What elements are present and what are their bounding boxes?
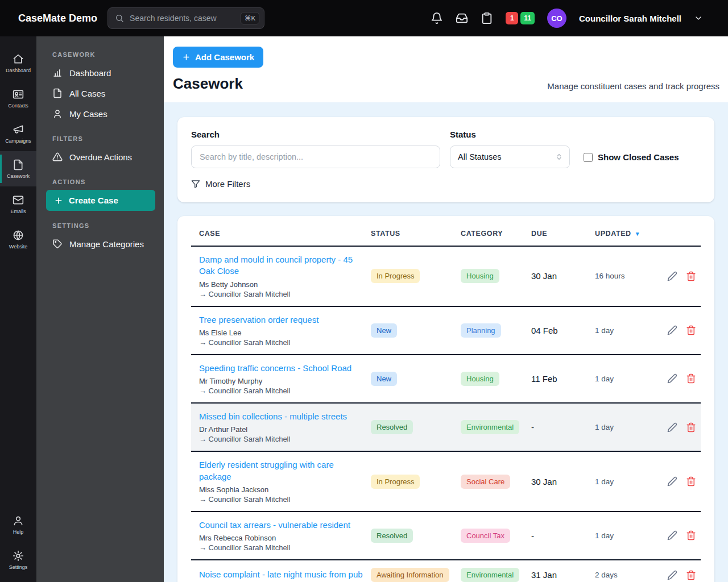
delete-trash-icon[interactable] [686,325,696,335]
rail-item-contacts[interactable]: Contacts [0,81,36,116]
table-row[interactable]: Tree preservation order request Ms Elsie… [191,307,701,355]
sidebar-item-all-cases[interactable]: All Cases [46,83,155,103]
case-contact: Ms Betty Johnson [199,280,371,289]
table-row[interactable]: Elderly resident struggling with care pa… [191,452,701,512]
due-date: - [531,531,595,541]
case-title-link[interactable]: Noise complaint - late night music from … [199,569,367,580]
search-field-label: Search [191,130,440,139]
more-filters-button[interactable]: More Filters [191,179,701,189]
table-row[interactable]: Missed bin collections - multiple street… [191,404,701,452]
category-badge: Council Tax [461,529,510,543]
delete-trash-icon[interactable] [686,570,696,580]
edit-pencil-icon[interactable] [667,325,677,335]
avatar[interactable]: CO [547,9,566,28]
table-row[interactable]: Noise complaint - late night music from … [191,560,701,582]
show-closed-checkbox[interactable] [584,153,593,162]
page-title: Casework [173,75,243,93]
search-icon [115,14,124,23]
category-badge: Housing [461,372,499,386]
case-search-input[interactable] [191,146,440,168]
case-title-link[interactable]: Elderly resident struggling with care pa… [199,459,367,483]
chevron-down-icon[interactable] [694,14,703,23]
gear-icon [13,550,24,562]
column-header-status[interactable]: STATUS [371,216,461,246]
filter-funnel-icon [191,180,200,189]
global-search[interactable]: ⌘K [107,7,264,29]
updated-time: 1 day [595,326,655,335]
status-select[interactable]: All Statuses [450,146,570,168]
status-badge: Resolved [371,529,413,543]
edit-pencil-icon[interactable] [667,530,677,541]
case-assignee: → Councillor Sarah Mitchell [199,495,371,504]
edit-pencil-icon[interactable] [667,476,677,487]
icon-rail: Dashboard Contacts Campaigns Casework Em… [0,36,36,582]
delete-trash-icon[interactable] [686,530,696,541]
sidebar-item-overdue-actions[interactable]: Overdue Actions [46,147,155,167]
sidebar-heading-casework: CASEWORK [52,51,155,58]
sidebar-item-my-cases[interactable]: My Cases [46,103,155,124]
table-row[interactable]: Damp and mould in council property - 45 … [191,247,701,307]
updated-time: 2 days [595,571,655,579]
delete-trash-icon[interactable] [686,422,696,433]
topbar: CaseMate Demo ⌘K 1 11 CO Councillor Sara… [0,0,728,36]
bar-chart-icon [52,68,63,78]
edit-pencil-icon[interactable] [667,422,677,433]
case-table-card: CASE STATUS CATEGORY DUE UPDATED▼ Damp a… [177,216,714,582]
updated-time: 1 day [595,531,655,540]
status-badge: Resolved [371,420,413,434]
rail-item-website[interactable]: Website [0,222,36,257]
rail-item-emails[interactable]: Emails [0,186,36,222]
case-title-link[interactable]: Damp and mould in council property - 45 … [199,254,367,277]
table-row[interactable]: Council tax arrears - vulnerable residen… [191,512,701,560]
tag-icon [52,239,63,249]
rail-item-casework[interactable]: Casework [0,151,36,186]
rail-item-help[interactable]: Help [0,507,36,542]
filter-card: Search Status All Statuses Show Closed C… [177,117,714,202]
delete-trash-icon[interactable] [686,373,696,384]
table-row[interactable]: Speeding traffic concerns - School Road … [191,355,701,404]
updated-time: 1 day [595,375,655,383]
document-icon [13,159,24,171]
globe-icon [13,230,24,241]
bell-icon[interactable] [431,12,443,24]
show-closed-label: Show Closed Cases [598,152,679,162]
category-badge: Planning [461,323,501,338]
edit-pencil-icon[interactable] [667,570,677,580]
edit-pencil-icon[interactable] [667,373,677,384]
status-badge: In Progress [371,475,420,489]
case-contact: Ms Elsie Lee [199,329,371,337]
case-assignee: → Councillor Sarah Mitchell [199,386,371,395]
rail-item-dashboard[interactable]: Dashboard [0,45,36,81]
delete-trash-icon[interactable] [686,271,696,281]
category-badge: Housing [461,269,499,283]
document-icon [52,88,63,98]
user-menu-name[interactable]: Councillor Sarah Mitchell [579,14,681,23]
column-header-due[interactable]: DUE [531,216,595,246]
edit-pencil-icon[interactable] [667,271,677,281]
add-casework-button[interactable]: Add Casework [173,47,263,68]
global-search-input[interactable] [129,13,236,23]
case-title-link[interactable]: Tree preservation order request [199,314,367,326]
column-header-case[interactable]: CASE [191,216,371,246]
case-assignee: → Councillor Sarah Mitchell [199,435,371,443]
case-title-link[interactable]: Council tax arrears - vulnerable residen… [199,519,367,531]
red-count-badge[interactable]: 1 [506,12,518,24]
case-title-link[interactable]: Missed bin collections - multiple street… [199,411,367,422]
column-header-updated[interactable]: UPDATED▼ [595,216,655,246]
tasks-icon[interactable] [481,12,493,24]
due-date: 04 Feb [531,326,595,335]
category-badge: Environmental [461,568,519,582]
inbox-icon[interactable] [456,12,468,24]
green-count-badge[interactable]: 11 [520,12,535,24]
rail-item-campaigns[interactable]: Campaigns [0,116,36,151]
sidebar-item-manage-categories[interactable]: Manage Categories [46,234,155,254]
main-content: Add Casework Casework Manage constituent… [164,36,728,582]
case-title-link[interactable]: Speeding traffic concerns - School Road [199,363,367,374]
delete-trash-icon[interactable] [686,476,696,487]
rail-item-settings[interactable]: Settings [0,542,36,577]
case-contact: Dr Arthur Patel [199,425,371,434]
column-header-category[interactable]: CATEGORY [461,216,531,246]
notification-counters[interactable]: 1 11 [506,12,535,24]
sidebar-item-dashboard[interactable]: Dashboard [46,63,155,83]
create-case-button[interactable]: Create Case [46,190,155,211]
